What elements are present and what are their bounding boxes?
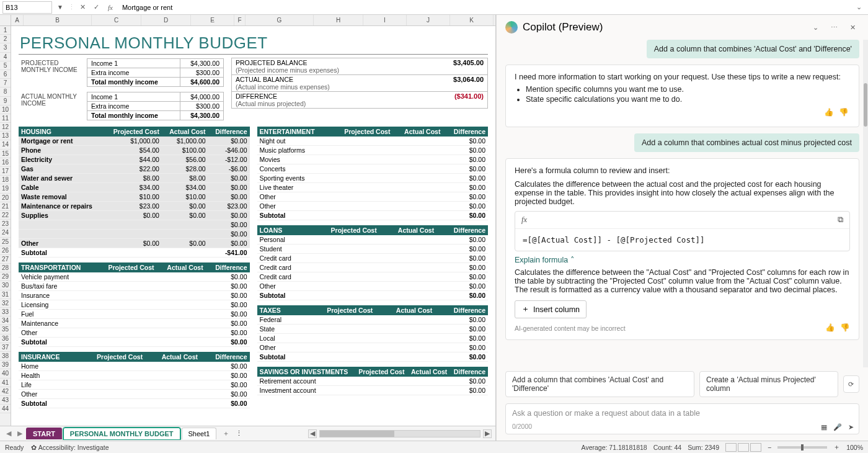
table-row[interactable]: Credit card$0.00 (257, 263, 489, 272)
table-row[interactable]: Bus/taxi fare$0.00 (19, 282, 250, 291)
tab-start[interactable]: START (26, 428, 62, 439)
zoom-slider[interactable] (777, 446, 827, 449)
table-row[interactable]: Local$0.00 (257, 334, 489, 343)
col-header[interactable]: E (191, 15, 234, 25)
row-header[interactable]: 36 (0, 334, 11, 343)
row-header[interactable]: 43 (0, 396, 11, 405)
card-icon[interactable]: ▦ (821, 423, 827, 431)
table-row[interactable]: Credit card$0.00 (257, 272, 489, 282)
suggestion-chip[interactable]: Add a column that combines 'Actual Cost'… (505, 371, 694, 397)
suggestion-chip[interactable]: Create a 'Actual minus Projected' column (699, 371, 838, 397)
tab-nav-prev[interactable]: ◀ (4, 429, 14, 437)
chevron-down-icon[interactable]: ⌄ (809, 24, 822, 32)
row-header[interactable]: 8 (0, 87, 11, 96)
table-row[interactable]: Home$0.00 (19, 362, 250, 371)
table-row[interactable]: $0.00 (19, 220, 250, 230)
table-row[interactable]: Water and sewer$8.00$8.00$0.00 (19, 174, 250, 183)
col-header[interactable]: H (314, 15, 363, 25)
copilot-scrollbar[interactable] (863, 40, 868, 367)
row-header[interactable]: 5 (0, 61, 11, 70)
formula-input[interactable]: Mortgage or rent (118, 2, 850, 12)
tab-sheet1[interactable]: Sheet1 (182, 428, 217, 439)
thumbs-down-icon[interactable]: 👎 (839, 107, 849, 117)
row-header[interactable]: 42 (0, 387, 11, 396)
row-header[interactable]: 35 (0, 325, 11, 334)
row-header[interactable]: 27 (0, 255, 11, 264)
row-header[interactable]: 13 (0, 132, 11, 140)
expand-formula-bar[interactable]: ⌄ (852, 3, 866, 11)
row-headers[interactable]: 1234567891011121314151617181920212223242… (0, 26, 11, 426)
select-all-corner[interactable] (0, 15, 11, 25)
col-header[interactable]: D (141, 15, 191, 25)
col-header[interactable]: F (234, 15, 246, 25)
row-header[interactable]: 2 (0, 35, 11, 43)
table-row[interactable]: Mortgage or rent$1,000.00$1,000.00$0.00 (19, 137, 250, 146)
table-row[interactable]: Credit card$0.00 (257, 254, 489, 263)
view-buttons[interactable] (725, 443, 761, 452)
row-header[interactable]: 17 (0, 167, 11, 176)
row-header[interactable]: 10 (0, 105, 11, 114)
new-sheet-button[interactable]: ＋ (218, 429, 234, 438)
table-row[interactable]: Movies$0.00 (257, 155, 489, 164)
thumbs-down-icon[interactable]: 👎 (840, 323, 850, 332)
table-row[interactable]: Other$0.00 (257, 282, 489, 291)
name-box-dropdown[interactable]: ▼ (55, 4, 66, 11)
table-row[interactable]: Licensing$0.00 (19, 300, 250, 310)
row-header[interactable]: 38 (0, 352, 11, 361)
row-header[interactable]: 33 (0, 308, 11, 316)
insert-column-button[interactable]: ＋Insert column (515, 300, 587, 318)
table-row[interactable]: Subtotal-$41.00 (19, 248, 250, 258)
name-box[interactable]: B13 (2, 1, 52, 14)
row-header[interactable]: 39 (0, 361, 11, 369)
row-header[interactable]: 20 (0, 194, 11, 202)
row-header[interactable]: 24 (0, 228, 11, 237)
row-header[interactable]: 26 (0, 246, 11, 255)
table-row[interactable]: Retirement account$0.00 (257, 377, 489, 386)
row-header[interactable]: 25 (0, 238, 11, 246)
row-header[interactable]: 3 (0, 43, 11, 52)
more-icon[interactable]: ⋯ (827, 24, 841, 32)
microphone-icon[interactable]: 🎤 (833, 423, 842, 431)
table-row[interactable]: Waste removal$10.00$10.00$0.00 (19, 192, 250, 202)
table-row[interactable]: Sporting events$0.00 (257, 174, 489, 183)
explain-formula-toggle[interactable]: Explain formula ˄ (515, 255, 575, 264)
table-row[interactable]: Other$0.00 (257, 343, 489, 352)
thumbs-up-icon[interactable]: 👍 (825, 323, 835, 332)
table-row[interactable]: Gas$22.00$28.00-$6.00 (19, 164, 250, 174)
send-icon[interactable]: ➤ (848, 423, 854, 431)
row-header[interactable]: 34 (0, 316, 11, 325)
table-row[interactable]: Night out$0.00 (257, 137, 489, 146)
insert-function-button[interactable]: fx (105, 2, 116, 13)
zoom-out-button[interactable]: − (768, 444, 771, 451)
row-header[interactable]: 15 (0, 150, 11, 158)
table-row[interactable]: Subtotal$0.00 (19, 399, 250, 408)
col-header[interactable]: K (450, 15, 494, 25)
table-row[interactable]: Other$0.00 (257, 192, 489, 202)
table-row[interactable]: Music platforms$0.00 (257, 146, 489, 155)
tab-budget[interactable]: PERSONAL MONTHLY BUDGET (63, 428, 180, 439)
table-row[interactable]: Other$0.00 (19, 328, 250, 338)
col-header[interactable]: J (407, 15, 450, 25)
row-header[interactable]: 40 (0, 369, 11, 378)
table-row[interactable]: Cable$34.00$34.00$0.00 (19, 183, 250, 192)
table-row[interactable]: Fuel$0.00 (19, 310, 250, 319)
row-header[interactable]: 37 (0, 343, 11, 352)
zoom-in-button[interactable]: ＋ (833, 443, 840, 452)
table-row[interactable]: Student$0.00 (257, 244, 489, 254)
row-header[interactable]: 22 (0, 211, 11, 220)
table-row[interactable]: Other$0.00 (257, 202, 489, 211)
tab-nav-next[interactable]: ▶ (15, 429, 25, 437)
table-row[interactable]: Subtotal$0.00 (257, 352, 489, 362)
row-header[interactable]: 21 (0, 202, 11, 211)
row-header[interactable]: 18 (0, 176, 11, 184)
row-header[interactable]: 19 (0, 184, 11, 193)
table-row[interactable]: Live theater$0.00 (257, 183, 489, 192)
row-header[interactable]: 12 (0, 123, 11, 132)
row-header[interactable]: 29 (0, 272, 11, 281)
row-header[interactable]: 1 (0, 26, 11, 35)
row-header[interactable]: 16 (0, 158, 11, 167)
thumbs-up-icon[interactable]: 👍 (824, 107, 834, 117)
col-header[interactable]: G (246, 15, 314, 25)
table-row[interactable]: $0.00 (19, 230, 250, 239)
table-row[interactable]: Supplies$0.00$0.00$0.00 (19, 211, 250, 220)
